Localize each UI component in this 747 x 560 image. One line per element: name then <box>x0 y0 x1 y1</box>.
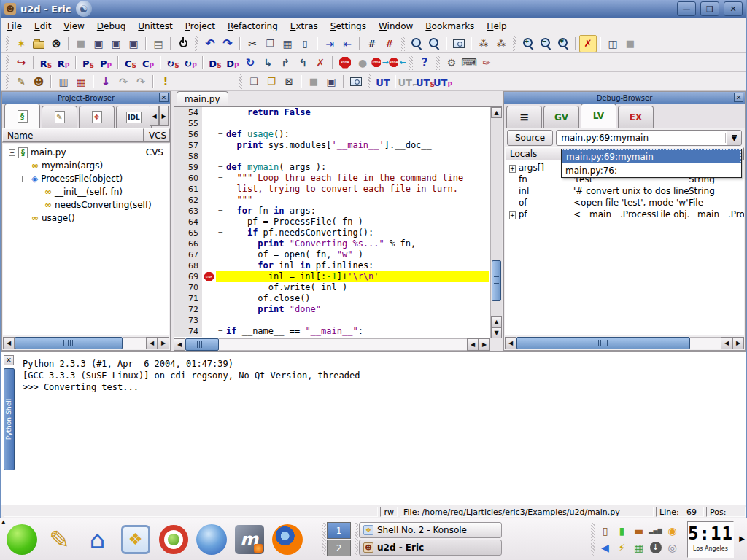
suse-spiral-icon[interactable]: ☯ <box>76 1 92 17</box>
code-line[interactable]: 59−def mymain( args ): <box>174 162 501 173</box>
scroll-left-icon[interactable]: ◀ <box>721 337 732 349</box>
tree-item[interactable]: −◈ProcessFile(object) <box>3 172 169 185</box>
klipper-icon[interactable]: ▯ <box>597 522 614 539</box>
breakpoint-margin[interactable] <box>202 118 216 129</box>
cut-icon[interactable]: ✂ <box>244 35 261 52</box>
code-line[interactable]: 73 <box>174 315 501 326</box>
scroll-thumb[interactable] <box>516 337 690 349</box>
fold-margin[interactable]: − <box>216 129 226 140</box>
paste-icon[interactable]: ▦ <box>279 35 296 52</box>
breakpoint-margin[interactable] <box>202 228 216 238</box>
breakpoint-margin[interactable] <box>202 282 216 293</box>
package-icon[interactable]: ▥ <box>55 73 72 90</box>
export-disabled-icon[interactable]: ↷ <box>115 73 132 90</box>
debug-browser-hscrollbar[interactable]: ◀ ◀ ▶ <box>505 337 744 349</box>
run-marker-icon[interactable]: ! <box>157 73 174 90</box>
window-close-icon[interactable]: ⊠ <box>280 73 298 90</box>
tab-scroll-left-icon[interactable]: ◀ <box>150 106 159 126</box>
menu-view[interactable]: View <box>63 21 84 31</box>
toolbar-handle[interactable] <box>195 36 198 51</box>
unittest-project-icon[interactable]: UTP <box>434 73 452 90</box>
menu-window[interactable]: Window <box>379 21 413 31</box>
scroll-track[interactable] <box>219 338 467 351</box>
close-button[interactable]: ✕ <box>724 1 743 16</box>
coverage-source-icon[interactable]: CS <box>122 54 139 71</box>
home-icon[interactable]: ⌂ <box>80 522 115 556</box>
method-icon[interactable]: ∞ <box>44 200 52 210</box>
fold-margin[interactable]: − <box>216 228 226 238</box>
fold-margin[interactable] <box>216 293 226 304</box>
fold-margin[interactable] <box>216 140 226 151</box>
python-file-icon[interactable]: § <box>18 147 28 158</box>
locals-row[interactable]: inl'# convert unix to dos line ...String <box>505 185 744 197</box>
project-browser-close-icon[interactable]: ✕ <box>159 93 169 102</box>
search-icon[interactable] <box>408 35 425 52</box>
window-new-icon[interactable]: ❏ <box>245 73 263 90</box>
zoom-out-icon[interactable]: − <box>537 35 554 52</box>
exceptions-tab[interactable]: EX <box>618 106 654 128</box>
preferences-icon[interactable]: ⚙ <box>443 54 460 71</box>
breakpoint-margin[interactable]: STOP <box>202 271 216 282</box>
select-frame-icon[interactable]: ▯ <box>296 35 314 52</box>
cyclic-project-icon[interactable]: ↻P <box>182 54 199 71</box>
fold-margin[interactable] <box>216 238 226 249</box>
locals-row[interactable]: of<open file 'test', mode 'w' ...File <box>505 197 744 209</box>
desktop-1[interactable]: 1 <box>327 522 351 539</box>
firefox-icon[interactable] <box>270 522 304 556</box>
scroll-up-icon[interactable]: ▲ <box>491 107 502 118</box>
print-icon[interactable]: ▤ <box>150 35 167 52</box>
emacs-icon[interactable]: m <box>232 522 266 556</box>
autocomplete-icon[interactable]: ⁂ <box>475 35 492 52</box>
code-line[interactable]: 70 of.write( inl ) <box>174 282 501 293</box>
debug-source-icon[interactable]: DS <box>206 54 224 71</box>
tree-expander-icon[interactable]: − <box>22 176 28 182</box>
code-line[interactable]: 72 print "done" <box>174 304 501 315</box>
method-icon[interactable]: ∞ <box>31 213 39 223</box>
export2-disabled-icon[interactable]: ↷ <box>132 73 150 90</box>
tree-item[interactable]: ∞needsConverting(self) <box>3 198 169 211</box>
continue-icon[interactable]: ↻ <box>241 54 259 71</box>
fold-margin[interactable] <box>216 195 226 206</box>
scroll-left-icon[interactable]: ◀ <box>3 337 15 349</box>
refactor-rename-project-icon[interactable]: RP <box>55 54 72 71</box>
toolbar-handle[interactable] <box>239 74 242 89</box>
menu-extras[interactable]: Extras <box>290 21 318 31</box>
scroll-right-icon[interactable]: ▶ <box>479 338 490 351</box>
network-card-icon[interactable]: ▦ <box>630 539 647 556</box>
menu-refactoring[interactable]: Refactoring <box>228 21 278 31</box>
suse-menu-icon[interactable] <box>4 522 39 556</box>
breakpoint-margin[interactable] <box>202 326 216 337</box>
debug-browser-titlebar[interactable]: Debug-Browser ✕ <box>504 92 745 104</box>
breakpoint-margin[interactable] <box>202 249 216 260</box>
konqueror-icon[interactable] <box>194 522 228 556</box>
window-disabled-icon[interactable]: ■ <box>305 73 322 90</box>
menu-debug[interactable]: Debug <box>97 21 125 31</box>
konsole-icon[interactable]: ❖ <box>118 522 152 556</box>
code-line[interactable]: 71 of.close() <box>174 293 501 304</box>
code-line[interactable]: 58 <box>174 151 501 162</box>
sources-tab[interactable]: § <box>4 104 40 128</box>
code-line[interactable]: 69STOP inl = inl[:-1]+'\r\n' <box>174 271 501 282</box>
fold-margin[interactable]: − <box>216 326 226 337</box>
uncomment-icon[interactable]: # <box>381 35 398 52</box>
breakpoint-margin[interactable] <box>202 151 216 162</box>
designer-icon[interactable]: ✎ <box>12 73 30 90</box>
window-open-icon[interactable]: ❐ <box>263 73 280 90</box>
fold-margin[interactable]: − <box>216 162 226 173</box>
save-all-icon[interactable]: ▣ <box>125 35 142 52</box>
indent-icon[interactable]: ⇥ <box>321 35 338 52</box>
shortcuts-icon[interactable]: ⌨ <box>460 54 478 71</box>
tree-item[interactable]: ∞mymain(args) <box>3 159 169 172</box>
breakpoint-margin[interactable] <box>202 315 216 326</box>
new-file-icon[interactable]: ✶ <box>12 35 30 52</box>
unittest-script-icon[interactable]: UTS <box>417 73 434 90</box>
scroll-thumb[interactable] <box>492 260 501 301</box>
window-search-icon[interactable] <box>347 73 365 90</box>
zoom-reset-icon[interactable]: ✱ <box>554 35 572 52</box>
split-view-icon[interactable]: ◫ <box>604 35 622 52</box>
profile-project-icon[interactable]: PP <box>97 54 115 71</box>
step-into-icon[interactable]: ↳ <box>259 54 276 71</box>
save-icon[interactable]: ▣ <box>90 35 107 52</box>
method-icon[interactable]: ∞ <box>31 160 39 171</box>
minimize-button[interactable]: — <box>677 1 696 16</box>
